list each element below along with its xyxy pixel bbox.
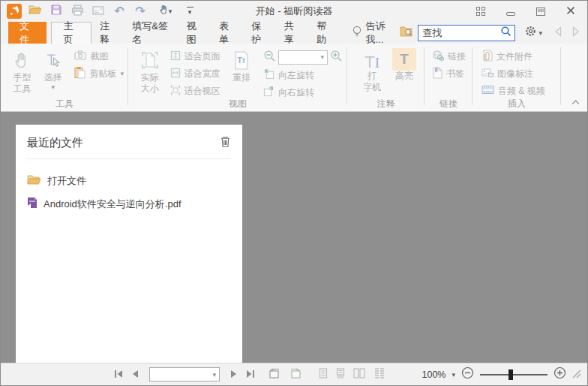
email-icon: [92, 5, 104, 18]
page-navigation: ▾: [113, 367, 256, 381]
search-area: ▾: [400, 22, 587, 44]
open-file-button[interactable]: [26, 3, 44, 20]
zoom-slider[interactable]: [480, 369, 548, 380]
zoom-controls: ▾: [263, 49, 343, 65]
recent-file-item[interactable]: Android软件安全与逆向分析.pdf: [27, 192, 231, 216]
rotate-left-button[interactable]: 向左旋转: [263, 68, 343, 83]
fit-visible-button[interactable]: 适合视区: [170, 83, 220, 98]
page-number-combo[interactable]: ▾: [149, 367, 220, 381]
save-icon: [50, 4, 62, 19]
single-page-icon[interactable]: [319, 368, 328, 381]
tab-form[interactable]: 表单: [211, 22, 243, 44]
facing-pages-icon[interactable]: [353, 368, 365, 381]
redo-button[interactable]: ↷: [131, 3, 149, 20]
film-icon: [482, 85, 494, 97]
group-label-link: 链接: [424, 98, 472, 110]
recent-file-name: Android软件安全与逆向分析.pdf: [44, 198, 182, 211]
group-label-insert: 插入: [472, 98, 561, 110]
tab-protect[interactable]: 保护: [243, 22, 275, 44]
search-folder-icon[interactable]: [400, 26, 413, 40]
print-button[interactable]: [68, 3, 86, 20]
file-attachment-button[interactable]: 文件附件: [482, 49, 545, 64]
reflow-button[interactable]: Tт 重排: [226, 47, 258, 83]
zoom-out-icon[interactable]: [263, 50, 276, 65]
fit-page-icon: [170, 50, 181, 63]
group-label-comment: 注释: [347, 98, 424, 110]
zoom-combo[interactable]: ▾: [278, 50, 328, 65]
magnifier-icon: [500, 26, 512, 40]
back-icon[interactable]: [554, 26, 562, 40]
resize-grip-icon[interactable]: [572, 368, 581, 381]
open-file-item[interactable]: 打开文件: [27, 170, 231, 192]
email-button[interactable]: [89, 3, 107, 20]
snapshot-button[interactable]: 截图: [74, 49, 124, 64]
zoom-level-caret-icon: ▾: [452, 371, 455, 378]
tell-me-button[interactable]: 告诉我...: [352, 22, 394, 44]
clear-recent-trash-icon[interactable]: [220, 135, 231, 151]
clipboard-button[interactable]: 剪贴板 ▾: [74, 66, 124, 81]
zoom-out-circle-icon[interactable]: [461, 366, 474, 382]
continuous-page-icon[interactable]: [336, 368, 345, 381]
maximize-button[interactable]: [535, 5, 547, 17]
reflow-icon: Tт: [232, 48, 250, 72]
window-controls: [475, 5, 583, 17]
close-button[interactable]: [565, 5, 577, 17]
pdf-file-icon: [27, 197, 38, 211]
select-caret-icon: ▾: [52, 83, 56, 91]
last-page-icon[interactable]: [245, 368, 256, 381]
customize-quick-access-button[interactable]: ▾: [181, 3, 199, 20]
hand-tool-button[interactable]: 手型工具: [7, 47, 38, 95]
first-page-icon[interactable]: [113, 368, 124, 381]
hand-tool-quick-button[interactable]: ▾: [152, 3, 178, 20]
actual-size-button[interactable]: 实际大小: [134, 47, 166, 95]
bookmark-icon: [432, 67, 442, 81]
fit-page-button[interactable]: 适合页面: [170, 49, 220, 64]
fit-visible-icon: [170, 85, 181, 98]
tab-share[interactable]: 共享: [276, 22, 308, 44]
zoom-in-circle-icon[interactable]: [554, 366, 566, 382]
zoom-in-icon[interactable]: [330, 50, 343, 65]
tab-home[interactable]: 主页: [51, 22, 91, 44]
actual-size-icon: [140, 48, 160, 72]
printer-icon: [71, 5, 84, 19]
next-page-icon[interactable]: [230, 368, 238, 381]
gear-icon: [524, 25, 537, 41]
highlight-button[interactable]: T 高亮: [388, 47, 421, 82]
settings-button[interactable]: ▾: [524, 25, 542, 41]
zoom-level[interactable]: 100%: [422, 369, 446, 380]
previous-page-icon[interactable]: [131, 368, 139, 381]
undo-button[interactable]: ↶: [110, 3, 128, 20]
save-button[interactable]: [47, 3, 65, 20]
tab-view[interactable]: 视图: [178, 22, 210, 44]
minimize-button[interactable]: [505, 5, 517, 17]
next-view-icon[interactable]: [290, 368, 302, 381]
forward-icon[interactable]: [572, 26, 580, 40]
continuous-facing-icon[interactable]: [374, 368, 386, 381]
audio-video-button[interactable]: 音频 & 视频: [482, 83, 545, 98]
tab-fill-sign[interactable]: 填写&签名: [124, 22, 178, 44]
bookmark-button[interactable]: 书签: [432, 66, 466, 81]
fit-width-button[interactable]: 适合宽度: [170, 66, 220, 81]
image-annotation-button[interactable]: 图像标注: [482, 66, 545, 81]
workspace-toggle-button[interactable]: [475, 5, 487, 17]
link-button[interactable]: 链接: [432, 49, 466, 64]
maximize-icon: [536, 8, 545, 16]
ribbon-group-link: 链接 书签 链接: [424, 44, 472, 111]
tab-help[interactable]: 帮助: [308, 22, 340, 44]
tab-file[interactable]: 文件: [8, 22, 46, 44]
workspace-icon: [476, 7, 485, 16]
settings-caret-icon: ▾: [538, 29, 542, 37]
document-area: 最近的文件 打开文件 Android软件安全与逆向分析.pdf: [1, 112, 587, 363]
find-input[interactable]: [418, 26, 496, 40]
collapse-ribbon-button[interactable]: [572, 95, 580, 108]
page-layout-modes: [319, 368, 386, 381]
previous-view-icon[interactable]: [268, 368, 280, 381]
tab-comment[interactable]: 注释: [92, 22, 124, 44]
hand-icon: [12, 48, 32, 72]
find-button[interactable]: [496, 26, 514, 41]
select-button[interactable]: 选择 ▾: [38, 47, 68, 91]
image-icon: [482, 68, 494, 80]
camera-icon: [74, 50, 86, 62]
typewriter-button[interactable]: TI 打字机: [356, 47, 388, 93]
zoom-slider-handle[interactable]: [508, 369, 513, 380]
